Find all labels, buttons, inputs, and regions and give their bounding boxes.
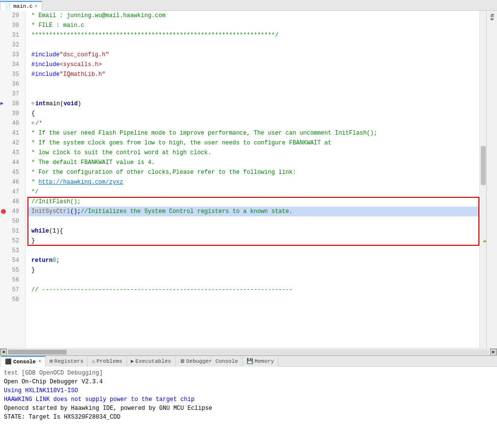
code-line-51: while(1){ [27,226,479,236]
line-number-34: 34 [0,60,22,70]
line-number-58: 58 [0,295,22,305]
problems-icon: ⚠ [92,358,95,364]
btab-debugger-console[interactable]: 🖥 Debugger Console [175,356,243,367]
scroll-left-button[interactable]: ◀ [0,349,7,355]
btab-debugger-console-label: Debugger Console [186,358,238,364]
line-number-39: 39 [0,109,22,118]
line-number-52: 52 [0,236,22,246]
line-number-48: 48 [0,197,22,207]
console-icon: ⬛ [5,358,12,365]
line-number-43: 43 [0,148,22,158]
tab-main-c[interactable]: 📄 main.c × [0,1,42,11]
horizontal-scroll-thumb[interactable] [8,350,67,354]
code-line-30: * FILE : main.c [27,21,479,30]
code-line-40: ⊕ /* [27,118,479,128]
scroll-right-button[interactable]: ▶ [490,349,497,355]
code-line-36 [27,79,479,89]
line-number-51: 51 [0,226,22,236]
tab-label: main.c [13,3,33,9]
btab-problems[interactable]: ⚠ Problems [88,356,126,367]
line-number-54: 54 [0,256,22,265]
line-number-47: 47 [0,187,22,197]
code-editor[interactable]: * Email : junning.wu@mail.haawking.com *… [25,11,479,348]
console-line-1: Open On-Chip Debugger V2.3.4 [4,377,493,386]
line-number-40: 40 [0,118,22,128]
console-output[interactable]: test [GDB OpenOCD Debugging] Open On-Chi… [0,367,497,448]
line-number-31: 31 [0,30,22,40]
line-number-37: 37 [0,89,22,99]
console-line-2: Using HXLINK110V1-ISO [4,386,493,395]
right-panel-label: Na [489,14,495,21]
line-number-38: ▶38 [0,99,22,109]
tab-file-icon: 📄 [4,3,11,10]
line-number-30: 30 [0,21,22,30]
vertical-scrollbar[interactable] [479,11,486,348]
code-line-45: * For the configuration of other clocks,… [27,167,479,177]
tab-close-button[interactable]: × [35,4,38,9]
btab-memory-label: Memory [255,358,274,364]
right-side-panel: Na [486,11,497,348]
code-line-50 [27,216,479,226]
code-line-43: * low clock to suit the control word at … [27,148,479,158]
btab-executables[interactable]: ▶ Executables [127,356,175,367]
code-line-35: #include "IQmathLib.h" [27,70,479,79]
line-number-29: 29 [0,11,22,21]
code-line-58 [27,295,479,305]
code-line-53 [27,246,479,256]
code-line-44: * The default FBANKWAIT value is 4. [27,158,479,167]
code-line-34: #include <syscalls.h> [27,60,479,70]
line-number-45: 45 [0,167,22,177]
code-line-46: * http://haawking.com/zyxz [27,177,479,187]
horizontal-scroll-track[interactable] [8,350,489,354]
btab-console[interactable]: ⬛ Console × [1,356,46,367]
line-number-44: 44 [0,158,22,167]
btab-registers[interactable]: ⊞ Registers [46,356,88,367]
code-line-52: } [27,236,479,246]
line-number-53: 53 [0,246,22,256]
line-number-42: 42 [0,138,22,148]
code-line-49: InitSysCtrl(); //Initializes the System … [27,207,479,216]
line-number-41: 41 [0,128,22,138]
code-line-41: * If the user need Flash Pipeline mode t… [27,128,479,138]
code-line-39: { [27,109,479,118]
console-line-3: HAAWKING LINK does not supply power to t… [4,395,493,404]
code-line-33: #include "dsc_config.h" [27,50,479,60]
code-line-29: * Email : junning.wu@mail.haawking.com [27,11,479,21]
btab-console-label: Console [13,359,36,365]
minimap-marker [483,240,486,242]
code-line-56 [27,275,479,285]
btab-problems-label: Problems [97,358,123,364]
line-number-35: 35 [0,70,22,79]
line-number-57: 57 [0,285,22,295]
line-numbers-gutter: 293031323334353637▶383940414243444546474… [0,11,25,348]
editor-tab-bar: 📄 main.c × [0,0,497,11]
code-line-54: return 0; [27,256,479,265]
code-line-55: } [27,265,479,275]
btab-registers-label: Registers [54,358,83,364]
executables-icon: ▶ [131,358,134,364]
registers-icon: ⊞ [50,358,53,364]
btab-executables-label: Executables [135,358,171,364]
code-line-57: // -------------------------------------… [27,285,479,295]
horizontal-scrollbar[interactable]: ◀ ▶ [0,348,497,355]
console-line-4: Openocd started by Haawking IDE, powered… [4,404,493,413]
line-number-32: 32 [0,40,22,50]
code-line-38: ⊕int main(void) [27,99,479,109]
line-number-49: 49 [0,207,22,216]
btab-memory[interactable]: 💾 Memory [243,356,279,367]
line-number-36: 36 [0,79,22,89]
debugger-console-icon: 🖥 [179,358,185,364]
bottom-panel: ⬛ Console × ⊞ Registers ⚠ Problems ▶ Exe… [0,355,497,448]
memory-icon: 💾 [247,358,253,364]
btab-console-close[interactable]: × [38,359,41,364]
bottom-tab-bar: ⬛ Console × ⊞ Registers ⚠ Problems ▶ Exe… [0,356,497,367]
scroll-thumb[interactable] [481,146,486,185]
code-line-37 [27,89,479,99]
code-line-31: ****************************************… [27,30,479,40]
code-line-47: */ [27,187,479,197]
line-number-56: 56 [0,275,22,285]
console-session-line: test [GDB OpenOCD Debugging] [4,369,493,377]
line-number-50: 50 [0,216,22,226]
line-number-33: 33 [0,50,22,60]
line-number-55: 55 [0,265,22,275]
